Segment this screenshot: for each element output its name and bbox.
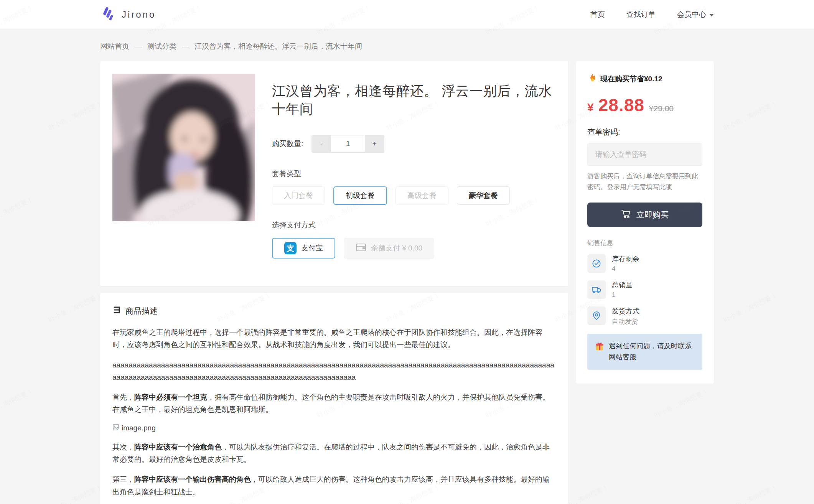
cart-icon [621,209,631,221]
order-password-input[interactable] [587,143,702,166]
delivery-method-item: 发货方式 自动发货 [587,306,702,326]
package-options: 入门套餐 初级套餐 高级套餐 豪华套餐 [272,186,556,205]
order-password-help: 游客购买后，查询订单信息需要用到此密码。登录用户无需填写此项 [587,171,702,193]
payment-option-balance[interactable]: 余额支付 ¥ 0.00 [344,238,434,259]
purchase-panel: 现在购买节省¥0.12 ¥ 28.88 ¥29.00 查单密码: 游客购买后，查… [576,61,714,384]
quantity-input[interactable] [331,135,365,152]
description-card: 商品描述 在玩家咸鱼之王的爬塔过程中，选择一个最强的阵容是非常重要的。咸鱼之王爬… [100,293,568,504]
product-title: 江汉曾为客，相逢每醉还。 浮云一别后，流水十年间 [272,82,556,118]
nav-find-order[interactable]: 查找订单 [626,10,656,20]
top-bar: Jirono 首页 查找订单 会员中心 [0,0,814,29]
description-paragraph: aaaaaaaaaaaaaaaaaaaaaaaaaaaaaaaaaaaaaaaa… [112,359,556,384]
wallet-icon [356,243,366,254]
quantity-label: 购买数量: [272,139,303,149]
quantity-stepper: - + [311,135,384,153]
main-nav: 首页 查找订单 会员中心 [590,10,714,20]
buy-now-button[interactable]: 立即购买 [587,203,702,227]
truck-icon [587,280,606,299]
payment-method-label: 选择支付方式 [272,220,556,230]
price-row: ¥ 28.88 ¥29.00 [587,95,702,115]
alipay-icon: 支 [284,242,297,254]
product-image [112,74,255,221]
broken-image-placeholder: image.png [112,424,556,433]
description-paragraph: 第三，阵容中应该有一个输出伤害高的角色，可以给敌人造成巨大的伤害。这种角色的攻击… [112,473,556,498]
nav-home[interactable]: 首页 [590,10,605,20]
payment-option-alipay[interactable]: 支 支付宝 [272,238,335,259]
original-price: ¥29.00 [649,104,674,113]
gift-icon [595,341,604,363]
brand-logo[interactable]: Jirono [100,6,156,23]
stock-remaining-item: 库存剩余 4 [587,254,702,273]
description-paragraph: 在玩家咸鱼之王的爬塔过程中，选择一个最强的阵容是非常重要的。咸鱼之王爬塔的核心在… [112,326,556,351]
package-option-entry[interactable]: 入门套餐 [272,186,325,205]
breadcrumb-home[interactable]: 网站首页 [100,41,129,51]
payment-options: 支 支付宝 余额支付 ¥ 0.00 [272,238,556,259]
broken-image-icon [112,424,119,433]
quantity-decrease-button[interactable]: - [312,135,331,152]
description-paragraph: 其次，阵容中应该有一个治愈角色，可以为队友提供治疗和复活。在爬塔的过程中，队友之… [112,441,556,466]
savings-banner: 现在购买节省¥0.12 [587,73,702,85]
package-type-label: 套餐类型 [272,169,556,179]
location-pin-icon [587,306,606,325]
brand-logo-icon [100,6,116,23]
package-option-beginner[interactable]: 初级套餐 [333,186,387,205]
support-notice: 遇到任何问题，请及时联系网站客服 [587,334,702,370]
chevron-down-icon [709,14,714,16]
price-value: 28.88 [598,95,644,115]
breadcrumb: 网站首页 — 测试分类 — 江汉曾为客，相逢每醉还。浮云一别后，流水十年间 [100,29,714,61]
description-icon [112,305,122,316]
flame-icon [587,73,596,85]
breadcrumb-category[interactable]: 测试分类 [147,41,176,51]
breadcrumb-current: 江汉曾为客，相逢每醉还。浮云一别后，流水十年间 [194,41,362,51]
description-body: 在玩家咸鱼之王的爬塔过程中，选择一个最强的阵容是非常重要的。咸鱼之王爬塔的核心在… [112,326,556,504]
breadcrumb-separator: — [135,42,142,51]
description-title: 商品描述 [125,306,158,316]
breadcrumb-separator: — [182,42,189,51]
description-paragraph: 首先，阵容中必须有一个坦克，拥有高生命值和防御能力。这个角色的主要职责是在攻击时… [112,391,556,416]
check-circle-icon [587,254,606,273]
package-option-deluxe[interactable]: 豪华套餐 [457,186,510,205]
brand-name: Jirono [122,9,156,20]
price-currency: ¥ [587,101,594,114]
package-option-advanced[interactable]: 高级套餐 [395,186,448,205]
quantity-increase-button[interactable]: + [365,135,384,152]
product-card: 江汉曾为客，相逢每醉还。 浮云一别后，流水十年间 购买数量: - + 套餐类型 … [100,61,568,286]
total-sales-item: 总销量 1 [587,280,702,299]
nav-member-center[interactable]: 会员中心 [677,10,714,20]
order-password-label: 查单密码: [587,127,702,137]
sales-info-label: 销售信息 [587,239,702,247]
